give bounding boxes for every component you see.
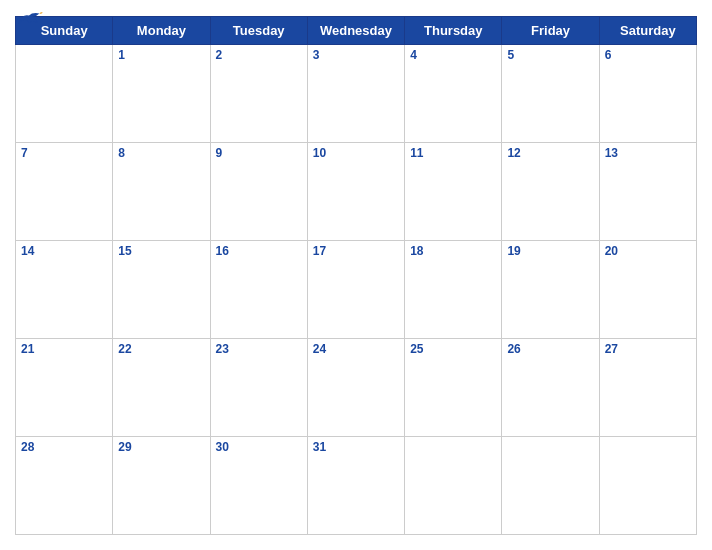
calendar-day-cell: 4 — [405, 45, 502, 143]
calendar-day-cell: 18 — [405, 241, 502, 339]
calendar-day-cell: 29 — [113, 437, 210, 535]
weekday-header: Tuesday — [210, 17, 307, 45]
calendar-day-cell: 9 — [210, 143, 307, 241]
calendar-day-cell: 15 — [113, 241, 210, 339]
calendar-week-row: 123456 — [16, 45, 697, 143]
calendar-day-cell: 3 — [307, 45, 404, 143]
day-number: 25 — [405, 339, 501, 359]
weekday-header-row: SundayMondayTuesdayWednesdayThursdayFrid… — [16, 17, 697, 45]
calendar-day-cell: 11 — [405, 143, 502, 241]
calendar-day-cell: 10 — [307, 143, 404, 241]
calendar-day-cell: 25 — [405, 339, 502, 437]
calendar-day-cell: 1 — [113, 45, 210, 143]
weekday-header: Thursday — [405, 17, 502, 45]
day-number: 22 — [113, 339, 209, 359]
day-number: 5 — [502, 45, 598, 65]
logo-bird-icon — [15, 10, 43, 28]
calendar-day-cell: 22 — [113, 339, 210, 437]
weekday-header: Monday — [113, 17, 210, 45]
calendar-day-cell: 16 — [210, 241, 307, 339]
day-number: 4 — [405, 45, 501, 65]
calendar-week-row: 28293031 — [16, 437, 697, 535]
day-number: 3 — [308, 45, 404, 65]
calendar-day-cell: 2 — [210, 45, 307, 143]
calendar-day-cell: 5 — [502, 45, 599, 143]
calendar-day-cell: 26 — [502, 339, 599, 437]
calendar-day-cell: 30 — [210, 437, 307, 535]
day-number: 1 — [113, 45, 209, 65]
calendar-day-cell — [405, 437, 502, 535]
calendar-day-cell — [16, 45, 113, 143]
calendar-day-cell: 20 — [599, 241, 696, 339]
day-number: 17 — [308, 241, 404, 261]
calendar-day-cell: 7 — [16, 143, 113, 241]
day-number: 16 — [211, 241, 307, 261]
day-number: 31 — [308, 437, 404, 457]
day-number: 30 — [211, 437, 307, 457]
day-number: 11 — [405, 143, 501, 163]
calendar-day-cell: 23 — [210, 339, 307, 437]
day-number: 6 — [600, 45, 696, 65]
day-number: 2 — [211, 45, 307, 65]
day-number: 19 — [502, 241, 598, 261]
calendar-day-cell: 24 — [307, 339, 404, 437]
calendar-day-cell — [599, 437, 696, 535]
calendar-day-cell: 8 — [113, 143, 210, 241]
calendar-day-cell: 19 — [502, 241, 599, 339]
day-number: 13 — [600, 143, 696, 163]
calendar-day-cell: 6 — [599, 45, 696, 143]
calendar-week-row: 21222324252627 — [16, 339, 697, 437]
day-number: 27 — [600, 339, 696, 359]
day-number: 9 — [211, 143, 307, 163]
weekday-header: Saturday — [599, 17, 696, 45]
day-number: 8 — [113, 143, 209, 163]
calendar-day-cell: 17 — [307, 241, 404, 339]
day-number: 15 — [113, 241, 209, 261]
day-number: 23 — [211, 339, 307, 359]
weekday-header: Wednesday — [307, 17, 404, 45]
logo — [15, 10, 43, 29]
calendar-table: SundayMondayTuesdayWednesdayThursdayFrid… — [15, 16, 697, 535]
day-number: 29 — [113, 437, 209, 457]
calendar-week-row: 78910111213 — [16, 143, 697, 241]
day-number: 18 — [405, 241, 501, 261]
day-number: 21 — [16, 339, 112, 359]
calendar-week-row: 14151617181920 — [16, 241, 697, 339]
calendar-day-cell: 12 — [502, 143, 599, 241]
weekday-header: Friday — [502, 17, 599, 45]
calendar-day-cell: 31 — [307, 437, 404, 535]
calendar-day-cell — [502, 437, 599, 535]
day-number: 24 — [308, 339, 404, 359]
calendar-day-cell: 21 — [16, 339, 113, 437]
day-number: 26 — [502, 339, 598, 359]
calendar-day-cell: 28 — [16, 437, 113, 535]
day-number: 20 — [600, 241, 696, 261]
calendar-day-cell: 14 — [16, 241, 113, 339]
day-number: 12 — [502, 143, 598, 163]
day-number: 10 — [308, 143, 404, 163]
day-number: 7 — [16, 143, 112, 163]
day-number: 14 — [16, 241, 112, 261]
calendar-day-cell: 13 — [599, 143, 696, 241]
day-number: 28 — [16, 437, 112, 457]
calendar-day-cell: 27 — [599, 339, 696, 437]
